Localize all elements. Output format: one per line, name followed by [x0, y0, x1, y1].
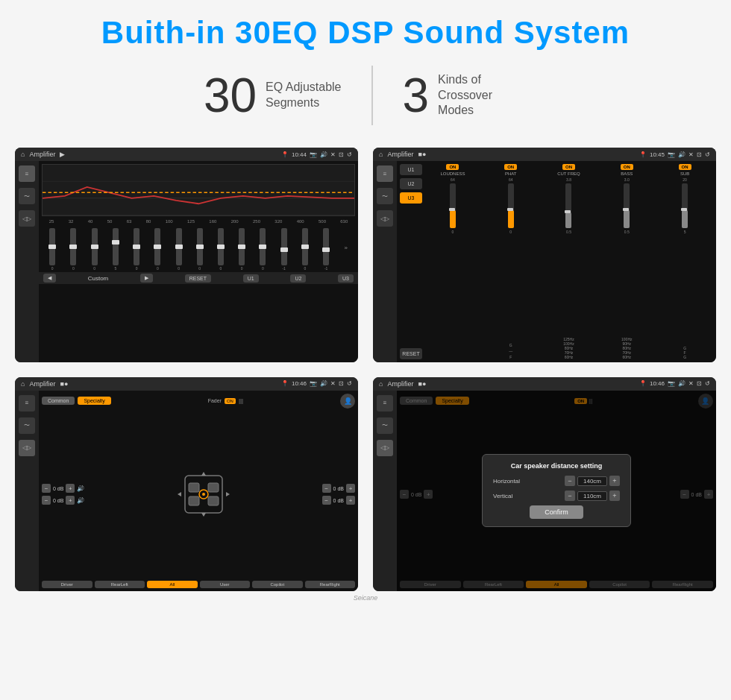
- vol-minus-3[interactable]: −: [322, 484, 331, 493]
- eq-icon3[interactable]: ≡: [19, 395, 35, 412]
- reset-preset[interactable]: RESET: [400, 348, 422, 359]
- horizontal-minus[interactable]: −: [565, 476, 575, 486]
- screen2: ⌂ Amplifier ■● 📍 10:45 📷🔊✕⊡↺ ≡ 〜 ◁▷ U1 U…: [373, 148, 716, 362]
- page-title: Buith-in 30EQ DSP Sound System: [101, 15, 630, 51]
- screen4: ⌂ Amplifier ■● 📍 10:46 📷🔊✕⊡↺ ≡ 〜 ◁▷: [373, 377, 716, 592]
- stat2-label: Kinds ofCrossover Modes: [438, 72, 527, 119]
- home-icon4[interactable]: ⌂: [379, 380, 383, 388]
- wave-icon4[interactable]: 〜: [377, 417, 393, 434]
- home-icon[interactable]: ⌂: [21, 151, 25, 158]
- play-icon[interactable]: ▶: [60, 151, 65, 158]
- eq-icon2[interactable]: ≡: [377, 165, 393, 182]
- wave-icon[interactable]: 〜: [19, 188, 35, 204]
- custom-label: Custom: [88, 275, 109, 282]
- car-diagram: [87, 468, 319, 520]
- u3-preset[interactable]: U3: [400, 192, 422, 204]
- dialog-confirm-area: Confirm: [493, 505, 620, 519]
- wave-icon2[interactable]: 〜: [377, 188, 393, 204]
- vol-icon3[interactable]: ◁▷: [19, 440, 35, 456]
- specialty-btn[interactable]: Specialty: [78, 397, 110, 405]
- window-icon: ⊡: [339, 151, 344, 158]
- slider-12: -1: [281, 228, 287, 271]
- eq-graph: [42, 164, 355, 216]
- wave-icon3[interactable]: 〜: [19, 417, 35, 434]
- vol-plus-3[interactable]: +: [346, 484, 355, 493]
- presets-col: U1 U2 U3 RESET: [400, 164, 422, 359]
- slider-6: 0: [154, 228, 160, 271]
- rec-icon: ■●: [418, 151, 426, 158]
- svg-point-10: [202, 493, 205, 496]
- eq-sliders: 0 0 0 5 0: [39, 224, 358, 272]
- home-icon3[interactable]: ⌂: [21, 380, 25, 388]
- location-buttons: Driver RearLeft All User Copilot RearRig…: [42, 581, 355, 588]
- u1-preset[interactable]: U1: [400, 164, 422, 175]
- cutfreq-col: ON CUT FREQ 3.8 0.5 125Hz100Hz80Hz70Hz60…: [541, 164, 597, 359]
- fader-on-badge[interactable]: ON: [225, 398, 236, 404]
- slider-1: 0: [49, 228, 55, 271]
- vol-plus-2[interactable]: +: [66, 496, 75, 505]
- vol-col-right: − 0 dB + − 0 dB +: [322, 484, 355, 505]
- dialog-title: Car speaker distance setting: [493, 462, 620, 470]
- svg-marker-11: [201, 472, 206, 476]
- slider-11: 0: [260, 228, 266, 271]
- next-button[interactable]: ▶: [140, 274, 153, 283]
- user-btn[interactable]: User: [200, 581, 251, 588]
- screen4-time: 10:46: [650, 380, 665, 387]
- slider-13: 0: [302, 228, 308, 271]
- vol-minus-4[interactable]: −: [322, 496, 331, 505]
- u1-button[interactable]: U1: [243, 274, 259, 283]
- vol-minus-2[interactable]: −: [42, 496, 51, 505]
- vol-row-4: − 0 dB +: [322, 496, 355, 505]
- location-icon: 📍: [281, 151, 289, 158]
- vol-icon4[interactable]: ◁▷: [377, 440, 393, 456]
- vertical-minus[interactable]: −: [565, 491, 575, 501]
- screen4-sidebar: ≡ 〜 ◁▷: [373, 391, 397, 592]
- vol-plus-4[interactable]: +: [346, 496, 355, 505]
- horizontal-label: Horizontal: [493, 478, 520, 485]
- slider-8: 0: [197, 228, 203, 271]
- vertical-row: Vertical − 110cm +: [493, 491, 620, 501]
- copilot-btn[interactable]: Copilot: [252, 581, 303, 588]
- u2-button[interactable]: U2: [290, 274, 306, 283]
- svg-rect-6: [208, 483, 219, 492]
- vol-icon[interactable]: ◁▷: [19, 210, 35, 227]
- vertical-label: Vertical: [493, 493, 512, 499]
- screen1-sidebar: ≡ 〜 ◁▷: [15, 161, 39, 362]
- vol-icon2[interactable]: ◁▷: [377, 210, 393, 227]
- u2-preset[interactable]: U2: [400, 178, 422, 189]
- vol-minus-1[interactable]: −: [42, 484, 51, 493]
- eq-icon4[interactable]: ≡: [377, 395, 393, 412]
- home-icon2[interactable]: ⌂: [379, 151, 383, 158]
- vol-plus-1[interactable]: +: [66, 484, 75, 493]
- fader-row: Fader ON |||: [208, 397, 244, 404]
- screen2-app-name: Amplifier: [387, 151, 413, 158]
- phat-col: ON PHAT 64 0 G—F: [483, 164, 539, 359]
- dialog-overlay: Car speaker distance setting Horizontal …: [397, 391, 716, 592]
- horizontal-plus[interactable]: +: [609, 476, 620, 486]
- screen1-app-name: Amplifier: [29, 151, 55, 158]
- stat2-number: 3: [403, 72, 430, 119]
- reset-button[interactable]: RESET: [185, 274, 211, 283]
- eq-icon[interactable]: ≡: [19, 165, 35, 182]
- close-icon[interactable]: ✕: [330, 151, 336, 158]
- screen3-content: ≡ 〜 ◁▷ Common Specialty Fader ON |||: [15, 391, 358, 592]
- common-btn[interactable]: Common: [42, 397, 75, 405]
- prev-button[interactable]: ◀: [43, 274, 56, 283]
- vol-val-4: 0 dB: [333, 498, 344, 503]
- confirm-button[interactable]: Confirm: [530, 505, 583, 519]
- screen1-main: 2532405063 80100125160200 25032040050063…: [39, 161, 358, 362]
- rearright-btn[interactable]: RearRight: [305, 581, 356, 588]
- all-btn[interactable]: All: [147, 581, 198, 588]
- rearleft-btn[interactable]: RearLeft: [95, 581, 145, 588]
- stat1: 30 EQ AdjustableSegments: [204, 72, 342, 119]
- u3-button[interactable]: U3: [338, 274, 354, 283]
- sub-col: ON SUB 20 5 GFG: [656, 164, 713, 359]
- vertical-plus[interactable]: +: [609, 491, 620, 501]
- screen3-main: Common Specialty Fader ON ||| 👤: [39, 391, 358, 592]
- top-buttons: Common Specialty: [42, 397, 111, 405]
- horizontal-control: − 140cm +: [565, 476, 620, 486]
- back-icon[interactable]: ↺: [347, 151, 352, 158]
- driver-btn[interactable]: Driver: [42, 581, 92, 588]
- speaker-distance-dialog: Car speaker distance setting Horizontal …: [482, 454, 631, 527]
- watermark: Seicane: [354, 594, 378, 602]
